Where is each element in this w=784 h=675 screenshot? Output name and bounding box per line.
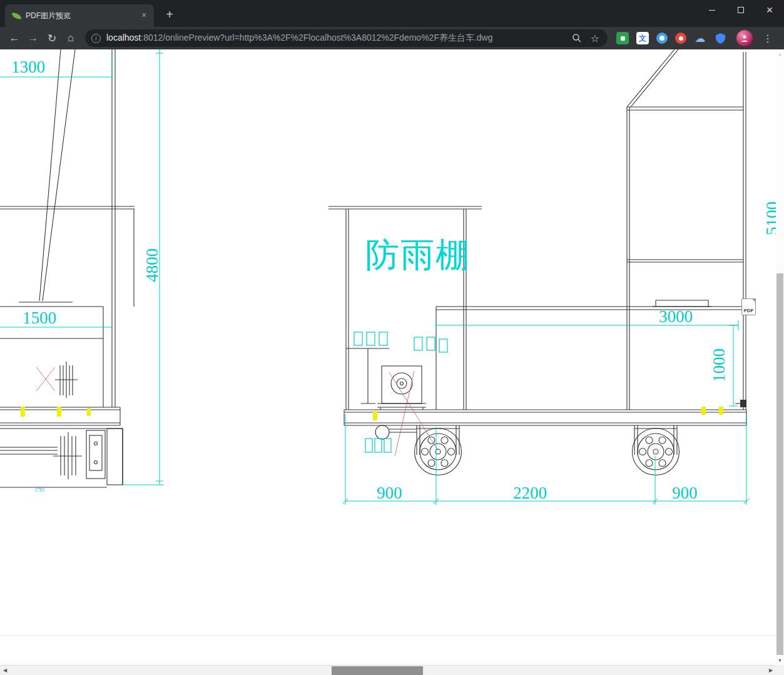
new-tab-button[interactable]: +	[161, 7, 178, 23]
green-extension-icon[interactable]	[616, 32, 629, 44]
forward-button[interactable]: →	[24, 29, 43, 47]
window-controls: ×	[698, 0, 784, 20]
pdf-file-badge-icon[interactable]: PDF	[741, 298, 756, 315]
browser-window: PDF图片预览 × + × ← → ↻ ⌂ i localhost:8012/o…	[0, 0, 784, 675]
minimize-icon	[709, 10, 715, 11]
cad-drawing: 1300 4800 1500 5100 3000 1000 900 2200 9…	[0, 49, 776, 665]
cloud-extension-icon[interactable]: ☁	[694, 32, 706, 44]
red-extension-icon[interactable]	[675, 33, 686, 44]
tab-close-icon[interactable]: ×	[139, 11, 149, 21]
zoom-icon[interactable]	[571, 32, 583, 44]
scroll-right-icon[interactable]: ▶	[766, 666, 776, 675]
scroll-down-icon[interactable]: ▼	[776, 656, 784, 665]
bookmark-star-icon[interactable]: ☆	[589, 32, 601, 44]
horizontal-scrollbar-thumb[interactable]	[332, 666, 423, 675]
maximize-icon	[738, 7, 744, 13]
dim-5100: 5100	[763, 201, 776, 235]
tab-title: PDF图片预览	[26, 11, 134, 21]
spring-leaf-favicon-icon	[12, 11, 22, 21]
shelter-label: 防雨棚	[365, 236, 471, 273]
dim-small: 1785	[34, 487, 44, 493]
shield-extension-icon[interactable]	[714, 32, 726, 44]
vertical-scrollbar[interactable]: ▲ ▼	[776, 49, 784, 665]
dim-1000: 1000	[710, 348, 728, 382]
url-text[interactable]: localhost:8012/onlinePreview?url=http%3A…	[106, 33, 565, 44]
translate-extension-icon[interactable]: 文	[636, 32, 649, 44]
close-button[interactable]: ×	[755, 0, 784, 20]
back-button[interactable]: ←	[5, 29, 24, 47]
home-button[interactable]: ⌂	[61, 29, 80, 47]
tab-pdf-preview[interactable]: PDF图片预览 ×	[5, 4, 154, 27]
horizontal-scrollbar[interactable]: ◀ ▶	[0, 665, 776, 675]
pdf-badge-text: PDF	[744, 307, 754, 315]
scroll-up-icon[interactable]: ▲	[776, 49, 784, 59]
url-path: :8012/onlinePreview?url=http%3A%2F%2Floc…	[141, 33, 492, 43]
dim-3000: 3000	[659, 307, 693, 326]
blue-circle-extension-icon[interactable]	[656, 33, 668, 44]
browser-menu-icon[interactable]: ⋮	[760, 29, 775, 47]
rear-wheel	[633, 425, 680, 475]
dim-4800: 4800	[143, 248, 161, 282]
browser-toolbar: ← → ↻ ⌂ i localhost:8012/onlinePreview?u…	[0, 27, 784, 49]
dim-2200: 2200	[513, 484, 547, 502]
center-mark-lines	[36, 367, 438, 456]
scroll-left-icon[interactable]: ◀	[0, 666, 10, 675]
pdf-preview-page: 1300 4800 1500 5100 3000 1000 900 2200 9…	[0, 49, 784, 675]
yellow-highlights	[21, 407, 723, 420]
right-structure-linework	[436, 49, 746, 410]
scrollbar-corner	[776, 665, 784, 675]
left-structure-linework	[0, 49, 135, 487]
dim-1500: 1500	[23, 308, 56, 327]
tab-strip: PDF图片预览 × + ×	[0, 0, 784, 27]
reload-button[interactable]: ↻	[43, 29, 61, 47]
maximize-button[interactable]	[726, 0, 755, 20]
address-bar[interactable]: i localhost:8012/onlinePreview?url=http%…	[85, 29, 608, 47]
dim-900-right: 900	[672, 484, 698, 502]
site-info-icon[interactable]: i	[91, 34, 101, 43]
extensions-area: 文 ☁ ⋮	[613, 29, 779, 47]
dim-1300: 1300	[11, 58, 45, 76]
url-host: localhost	[106, 33, 141, 43]
minimize-button[interactable]	[698, 0, 726, 20]
vertical-scrollbar-thumb[interactable]	[776, 273, 783, 655]
dim-900-left: 900	[377, 484, 402, 502]
dimension-labels: 1300 4800 1500 5100 3000 1000 900 2200 9…	[11, 58, 776, 502]
profile-avatar[interactable]	[736, 30, 753, 46]
close-icon: ×	[766, 4, 773, 16]
